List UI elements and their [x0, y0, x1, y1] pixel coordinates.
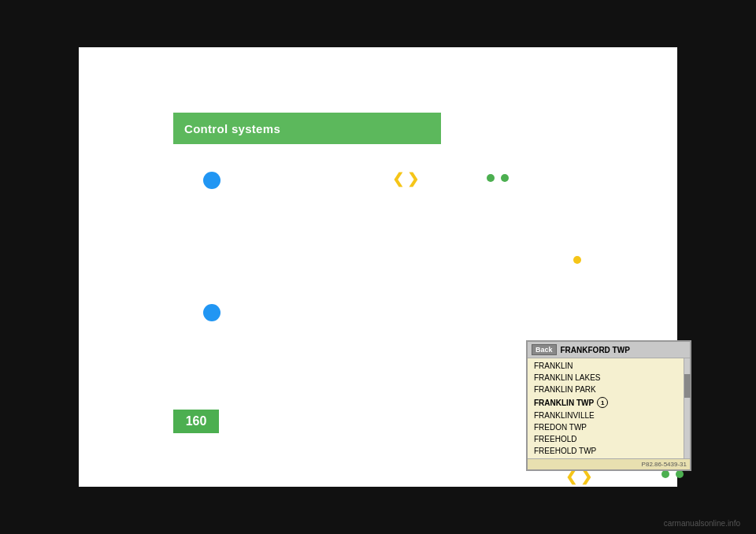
step-indicator-2 [203, 304, 220, 321]
left-bracket-icon: ❮ [392, 170, 404, 187]
nav-list-reference: P82.86-5439-31 [528, 458, 690, 469]
content-area: Control systems ❮ ❯ ❮ ❯ [79, 47, 677, 487]
green-dot-4 [676, 470, 684, 478]
nav-list-header: Back FRANKFORD TWP [528, 342, 690, 358]
header-bar: Control systems [173, 113, 441, 144]
controller-icon-1: ❮ ❯ [392, 170, 419, 187]
list-item[interactable]: FRANKLIN [528, 360, 684, 372]
indicator-dots-1 [487, 174, 509, 182]
nav-list-header-text: FRANKFORD TWP [561, 346, 630, 354]
indicator-dots-2 [662, 470, 684, 478]
franklin-twp-label: FRANKLIN TWP [534, 399, 594, 407]
step-indicator-1 [203, 172, 220, 189]
yellow-indicator-dot [573, 256, 581, 264]
circle-number-badge: 1 [597, 397, 608, 408]
nav-back-button[interactable]: Back [532, 344, 557, 355]
watermark: carmanualsonline.info [664, 519, 740, 528]
list-item[interactable]: FREEHOLD TWP [528, 445, 684, 457]
green-dot-1 [487, 174, 495, 182]
nav-list-items: FRANKLIN FRANKLIN LAKES FRANKLIN PARK FR… [528, 358, 690, 458]
nav-list-box: Back FRANKFORD TWP FRANKLIN FRANKLIN LAK… [526, 340, 691, 471]
page-title: Control systems [184, 122, 280, 135]
scrollbar-thumb[interactable] [684, 374, 691, 398]
list-item[interactable]: FREEHOLD [528, 433, 684, 445]
green-dot-2 [501, 174, 509, 182]
right-bracket-icon: ❯ [407, 170, 419, 187]
list-item[interactable]: FRANKLINVILLE [528, 410, 684, 421]
page-number-box: 160 [173, 410, 219, 433]
list-item[interactable]: FRANKLIN LAKES [528, 372, 684, 384]
green-dot-3 [662, 470, 669, 478]
page-container: Control systems ❮ ❯ ❮ ❯ [0, 0, 756, 534]
scrollbar[interactable] [684, 358, 690, 458]
list-item-selected[interactable]: FRANKLIN TWP 1 [528, 395, 684, 410]
list-item[interactable]: FREDON TWP [528, 421, 684, 433]
page-number: 160 [186, 414, 207, 428]
list-item[interactable]: FRANKLIN PARK [528, 384, 684, 395]
